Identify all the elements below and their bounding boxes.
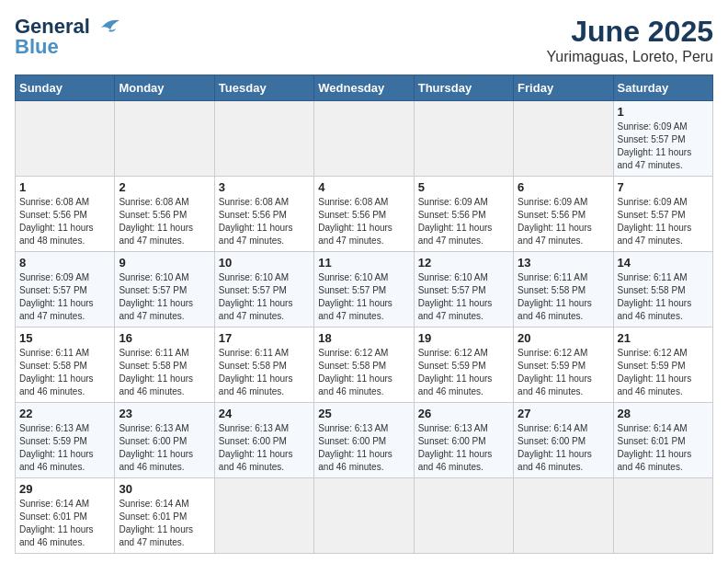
day-info: Sunrise: 6:08 AM Sunset: 5:56 PM Dayligh…: [19, 196, 110, 247]
day-info: Sunrise: 6:13 AM Sunset: 6:00 PM Dayligh…: [119, 422, 210, 474]
day-number: 12: [418, 256, 509, 270]
day-info: Sunrise: 6:10 AM Sunset: 5:57 PM Dayligh…: [219, 271, 310, 323]
calendar-cell: 2 Sunrise: 6:08 AM Sunset: 5:56 PM Dayli…: [115, 177, 214, 252]
calendar-cell: 28 Sunrise: 6:14 AM Sunset: 6:01 PM Dayl…: [613, 403, 712, 478]
day-number: 5: [418, 180, 509, 194]
day-header-tuesday: Tuesday: [214, 75, 313, 101]
calendar-cell: 23 Sunrise: 6:13 AM Sunset: 6:00 PM Dayl…: [115, 403, 214, 478]
page-title: June 2025: [547, 15, 713, 49]
logo-bird-icon: [92, 17, 121, 37]
day-number: 7: [618, 180, 709, 194]
calendar-cell: 7 Sunrise: 6:09 AM Sunset: 5:57 PM Dayli…: [613, 177, 712, 252]
day-info: Sunrise: 6:13 AM Sunset: 5:59 PM Dayligh…: [19, 422, 110, 474]
calendar-cell: 30 Sunrise: 6:14 AM Sunset: 6:01 PM Dayl…: [115, 478, 214, 554]
day-number: 24: [219, 407, 310, 420]
day-info: Sunrise: 6:11 AM Sunset: 5:58 PM Dayligh…: [119, 347, 210, 398]
calendar-cell: 18 Sunrise: 6:12 AM Sunset: 5:58 PM Dayl…: [314, 327, 414, 403]
calendar-table: SundayMondayTuesdayWednesdayThursdayFrid…: [15, 75, 713, 554]
calendar-week-row: 15 Sunrise: 6:11 AM Sunset: 5:58 PM Dayl…: [16, 327, 713, 403]
calendar-cell: 29 Sunrise: 6:14 AM Sunset: 6:01 PM Dayl…: [16, 478, 115, 554]
calendar-cell: 6 Sunrise: 6:09 AM Sunset: 5:56 PM Dayli…: [514, 177, 613, 252]
day-number: 8: [19, 256, 110, 270]
day-header-friday: Friday: [514, 75, 613, 101]
logo-text-blue: Blue: [15, 35, 59, 59]
day-info: Sunrise: 6:09 AM Sunset: 5:56 PM Dayligh…: [418, 196, 509, 247]
calendar-cell: 10 Sunrise: 6:10 AM Sunset: 5:57 PM Dayl…: [214, 252, 313, 327]
day-info: Sunrise: 6:10 AM Sunset: 5:57 PM Dayligh…: [119, 271, 210, 323]
day-number: 1: [618, 105, 709, 119]
day-info: Sunrise: 6:09 AM Sunset: 5:57 PM Dayligh…: [618, 121, 709, 172]
day-number: 18: [318, 331, 409, 345]
page-header: General Blue June 2025 Yurimaguas, Loret…: [15, 15, 713, 65]
calendar-cell: 8 Sunrise: 6:09 AM Sunset: 5:57 PM Dayli…: [16, 252, 115, 327]
day-number: 23: [119, 407, 210, 420]
calendar-cell: 20 Sunrise: 6:12 AM Sunset: 5:59 PM Dayl…: [514, 327, 613, 403]
day-number: 21: [618, 331, 709, 345]
page-subtitle: Yurimaguas, Loreto, Peru: [547, 49, 713, 65]
day-info: Sunrise: 6:14 AM Sunset: 6:00 PM Dayligh…: [518, 422, 609, 474]
day-number: 28: [618, 407, 709, 420]
calendar-cell: [16, 101, 115, 177]
day-header-wednesday: Wednesday: [314, 75, 414, 101]
calendar-cell: [214, 478, 313, 554]
day-info: Sunrise: 6:13 AM Sunset: 6:00 PM Dayligh…: [318, 422, 409, 474]
calendar-cell: [414, 478, 513, 554]
day-header-sunday: Sunday: [16, 75, 115, 101]
day-number: 15: [19, 331, 110, 345]
day-number: 27: [518, 407, 609, 420]
day-info: Sunrise: 6:09 AM Sunset: 5:57 PM Dayligh…: [19, 271, 110, 323]
calendar-week-row: 22 Sunrise: 6:13 AM Sunset: 5:59 PM Dayl…: [16, 403, 713, 478]
calendar-cell: 24 Sunrise: 6:13 AM Sunset: 6:00 PM Dayl…: [214, 403, 313, 478]
calendar-cell: 25 Sunrise: 6:13 AM Sunset: 6:00 PM Dayl…: [314, 403, 414, 478]
day-number: 19: [418, 331, 509, 345]
day-number: 9: [119, 256, 210, 270]
calendar-header-row: SundayMondayTuesdayWednesdayThursdayFrid…: [16, 75, 713, 101]
calendar-cell: 12 Sunrise: 6:10 AM Sunset: 5:57 PM Dayl…: [414, 252, 513, 327]
calendar-cell: [414, 101, 513, 177]
calendar-week-row: 1 Sunrise: 6:09 AM Sunset: 5:57 PM Dayli…: [16, 101, 713, 177]
day-info: Sunrise: 6:14 AM Sunset: 6:01 PM Dayligh…: [119, 498, 210, 549]
calendar-cell: 5 Sunrise: 6:09 AM Sunset: 5:56 PM Dayli…: [414, 177, 513, 252]
day-info: Sunrise: 6:14 AM Sunset: 6:01 PM Dayligh…: [618, 422, 709, 474]
day-info: Sunrise: 6:14 AM Sunset: 6:01 PM Dayligh…: [19, 498, 110, 549]
day-number: 14: [618, 256, 709, 270]
day-info: Sunrise: 6:10 AM Sunset: 5:57 PM Dayligh…: [418, 271, 509, 323]
day-info: Sunrise: 6:11 AM Sunset: 5:58 PM Dayligh…: [219, 347, 310, 398]
title-block: June 2025 Yurimaguas, Loreto, Peru: [547, 15, 713, 65]
day-number: 10: [219, 256, 310, 270]
calendar-cell: 26 Sunrise: 6:13 AM Sunset: 6:00 PM Dayl…: [414, 403, 513, 478]
day-number: 3: [219, 180, 310, 194]
day-number: 20: [518, 331, 609, 345]
calendar-cell: 13 Sunrise: 6:11 AM Sunset: 5:58 PM Dayl…: [514, 252, 613, 327]
calendar-cell: 3 Sunrise: 6:08 AM Sunset: 5:56 PM Dayli…: [214, 177, 313, 252]
day-info: Sunrise: 6:08 AM Sunset: 5:56 PM Dayligh…: [119, 196, 210, 247]
calendar-cell: 1 Sunrise: 6:08 AM Sunset: 5:56 PM Dayli…: [16, 177, 115, 252]
logo: General Blue: [15, 15, 121, 59]
day-info: Sunrise: 6:12 AM Sunset: 5:59 PM Dayligh…: [618, 347, 709, 398]
day-info: Sunrise: 6:08 AM Sunset: 5:56 PM Dayligh…: [219, 196, 310, 247]
day-number: 25: [318, 407, 409, 420]
calendar-cell: 22 Sunrise: 6:13 AM Sunset: 5:59 PM Dayl…: [16, 403, 115, 478]
calendar-cell: [314, 101, 414, 177]
calendar-week-row: 8 Sunrise: 6:09 AM Sunset: 5:57 PM Dayli…: [16, 252, 713, 327]
day-info: Sunrise: 6:11 AM Sunset: 5:58 PM Dayligh…: [618, 271, 709, 323]
calendar-cell: [514, 101, 613, 177]
calendar-cell: 9 Sunrise: 6:10 AM Sunset: 5:57 PM Dayli…: [115, 252, 214, 327]
day-header-saturday: Saturday: [613, 75, 712, 101]
day-header-thursday: Thursday: [414, 75, 513, 101]
calendar-cell: 14 Sunrise: 6:11 AM Sunset: 5:58 PM Dayl…: [613, 252, 712, 327]
day-info: Sunrise: 6:10 AM Sunset: 5:57 PM Dayligh…: [318, 271, 409, 323]
day-info: Sunrise: 6:11 AM Sunset: 5:58 PM Dayligh…: [518, 271, 609, 323]
day-number: 13: [518, 256, 609, 270]
calendar-cell: 19 Sunrise: 6:12 AM Sunset: 5:59 PM Dayl…: [414, 327, 513, 403]
day-info: Sunrise: 6:11 AM Sunset: 5:58 PM Dayligh…: [19, 347, 110, 398]
calendar-cell: 16 Sunrise: 6:11 AM Sunset: 5:58 PM Dayl…: [115, 327, 214, 403]
day-number: 22: [19, 407, 110, 420]
day-number: 16: [119, 331, 210, 345]
day-number: 2: [119, 180, 210, 194]
calendar-cell: 27 Sunrise: 6:14 AM Sunset: 6:00 PM Dayl…: [514, 403, 613, 478]
calendar-cell: 11 Sunrise: 6:10 AM Sunset: 5:57 PM Dayl…: [314, 252, 414, 327]
day-info: Sunrise: 6:13 AM Sunset: 6:00 PM Dayligh…: [219, 422, 310, 474]
day-number: 1: [19, 180, 110, 194]
day-number: 4: [318, 180, 409, 194]
